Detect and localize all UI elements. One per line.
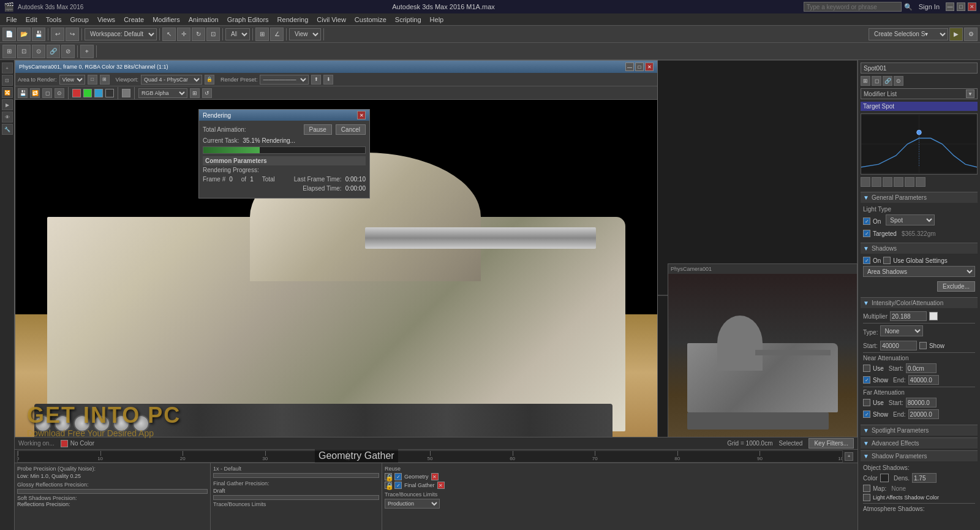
slider3[interactable] — [213, 495, 379, 500]
menu-edit[interactable]: Edit — [22, 15, 41, 25]
color-red[interactable] — [72, 89, 81, 97]
far-show-check[interactable]: ✓ — [863, 411, 870, 418]
sidebar-utilities[interactable]: 🔧 — [2, 124, 13, 135]
rp-curve-icon1[interactable] — [861, 177, 870, 187]
spot-name-input[interactable] — [861, 65, 977, 72]
tb2-btn6[interactable]: ⌖ — [80, 45, 94, 58]
sidebar-hierarchy[interactable]: 🔀 — [2, 87, 13, 98]
targeted-check[interactable]: ✓ — [863, 230, 870, 237]
multiplier-input[interactable] — [890, 311, 927, 321]
rendering-dialog-titlebar[interactable]: Rendering ✕ — [199, 110, 369, 121]
map-check[interactable] — [863, 485, 870, 492]
rp-curve-icon4[interactable] — [894, 177, 903, 187]
decay-dropdown[interactable]: None — [880, 325, 923, 336]
far-start-input[interactable] — [906, 398, 937, 407]
sidebar-display[interactable]: 👁 — [2, 112, 13, 123]
shadows-section[interactable]: ▼ Shadows — [861, 243, 978, 254]
workspace-dropdown[interactable]: Workspace: Default — [85, 28, 157, 40]
far-end-input[interactable] — [908, 409, 939, 419]
render-win-maximize[interactable]: □ — [635, 62, 644, 71]
rt2-btn4[interactable]: ⊙ — [55, 88, 64, 98]
light-type-dropdown[interactable]: Spot — [886, 214, 935, 225]
decay-show-check[interactable] — [919, 342, 927, 349]
open-btn[interactable]: 📂 — [17, 28, 31, 41]
menu-animation[interactable]: Animation — [185, 15, 222, 25]
lock-icon2[interactable]: 🔒 — [385, 482, 392, 489]
advanced-effects-section[interactable]: ▼ Advanced Effects — [861, 437, 978, 449]
rt2-btn2[interactable]: 🔁 — [30, 88, 40, 98]
selection-dropdown[interactable]: Create Selection S▾ — [869, 28, 948, 40]
rt2-btn-display[interactable]: ⊞ — [190, 88, 200, 98]
rp-icon3[interactable]: 🔗 — [883, 76, 892, 86]
channel-select[interactable]: RGB Alpha — [138, 88, 187, 98]
menu-help[interactable]: Help — [426, 15, 448, 25]
scale-btn[interactable]: ⊡ — [206, 28, 220, 41]
rt2-btn1[interactable]: 💾 — [18, 88, 28, 98]
render-setup-btn[interactable]: ⚙ — [964, 28, 978, 41]
timeline-ticks[interactable]: 0 10 20 30 40 50 60 70 80 90 1 — [17, 450, 843, 463]
area-btn2[interactable]: ⊞ — [100, 75, 110, 85]
render-window-titlebar[interactable]: PhysCamera001, frame 0, RGBA Color 32 Bi… — [15, 61, 657, 73]
rt2-btn-reset[interactable]: ↺ — [202, 88, 212, 98]
rp-curve-icon6[interactable] — [916, 177, 925, 187]
use-global-check[interactable] — [883, 257, 891, 264]
sign-in-btn[interactable]: Sign In — [915, 3, 943, 10]
menu-file[interactable]: File — [2, 15, 21, 25]
area-dropdown[interactable]: View — [59, 75, 85, 85]
tb2-btn4[interactable]: 🔗 — [47, 45, 60, 58]
sidebar-modify[interactable]: ⊡ — [2, 75, 13, 86]
decay-start-input[interactable] — [880, 341, 917, 350]
angle-snap-btn[interactable]: ∠ — [270, 28, 284, 41]
menu-civil-view[interactable]: Civil View — [313, 15, 349, 25]
viewport-lock[interactable]: 🔒 — [205, 75, 214, 85]
rp-curve-icon5[interactable] — [905, 177, 914, 187]
menu-create[interactable]: Create — [120, 15, 148, 25]
area-shadows-dropdown[interactable]: Area Shadows — [863, 266, 975, 277]
select-btn[interactable]: ↖ — [162, 28, 176, 41]
spotlight-params-section[interactable]: ▼ Spotlight Parameters — [861, 425, 978, 436]
area-btn1[interactable]: □ — [88, 75, 97, 85]
exclude-btn[interactable]: Exclude... — [937, 281, 975, 292]
production-select[interactable]: Production — [385, 499, 440, 509]
mini-viewport-titlebar[interactable]: PhysCamera001 — [668, 264, 857, 274]
menu-group[interactable]: Group — [66, 15, 92, 25]
rt2-btn3[interactable]: ◻ — [42, 88, 52, 98]
near-use-check[interactable] — [863, 365, 870, 372]
menu-tools[interactable]: Tools — [42, 15, 66, 25]
intensity-section[interactable]: ▼ Intensity/Color/Attenuation — [861, 297, 978, 308]
far-use-check[interactable] — [863, 399, 870, 406]
sidebar-motion[interactable]: ▶ — [2, 99, 13, 110]
new-btn[interactable]: 📄 — [2, 28, 16, 41]
preset-btn1[interactable]: ⬆ — [311, 75, 321, 85]
close-btn[interactable]: ✕ — [968, 2, 976, 11]
add-key-btn[interactable]: + — [845, 452, 853, 461]
target-spot-item[interactable]: Target Spot — [861, 102, 978, 111]
render-win-close[interactable]: ✕ — [645, 62, 654, 71]
final-gather-check[interactable]: ✓ — [394, 482, 402, 489]
shadows-on-check[interactable]: ✓ — [863, 257, 870, 264]
shadow-params-section[interactable]: ▼ Shadow Parameters — [861, 450, 978, 461]
redo-btn[interactable]: ↪ — [66, 28, 79, 41]
near-end-input[interactable] — [908, 375, 939, 385]
filter-dropdown[interactable]: All — [225, 28, 250, 40]
tb2-btn1[interactable]: ⊞ — [2, 45, 16, 58]
render-btn[interactable]: ▶ — [949, 28, 963, 41]
pause-btn[interactable]: Pause — [304, 124, 332, 135]
search-input[interactable] — [804, 2, 902, 12]
maximize-btn[interactable]: □ — [957, 2, 965, 11]
color-grey[interactable] — [122, 89, 130, 97]
slider1[interactable] — [17, 489, 208, 494]
rendering-dialog-close[interactable]: ✕ — [357, 111, 366, 119]
color-dark[interactable] — [105, 89, 114, 97]
menu-modifiers[interactable]: Modifiers — [149, 15, 184, 25]
view-dropdown[interactable]: View — [289, 28, 321, 40]
rp-icon4[interactable]: ⊙ — [894, 76, 903, 86]
menu-customize[interactable]: Customize — [351, 15, 390, 25]
remove-final-gather-btn[interactable]: ✕ — [437, 482, 445, 489]
shadow-color-swatch[interactable] — [880, 474, 889, 482]
near-start-input[interactable] — [906, 363, 937, 373]
render-win-controls[interactable]: — □ ✕ — [625, 62, 654, 71]
tb2-btn2[interactable]: ⊡ — [17, 45, 31, 58]
render-win-minimize[interactable]: — — [625, 62, 634, 71]
rp-curve-icon2[interactable] — [872, 177, 881, 187]
